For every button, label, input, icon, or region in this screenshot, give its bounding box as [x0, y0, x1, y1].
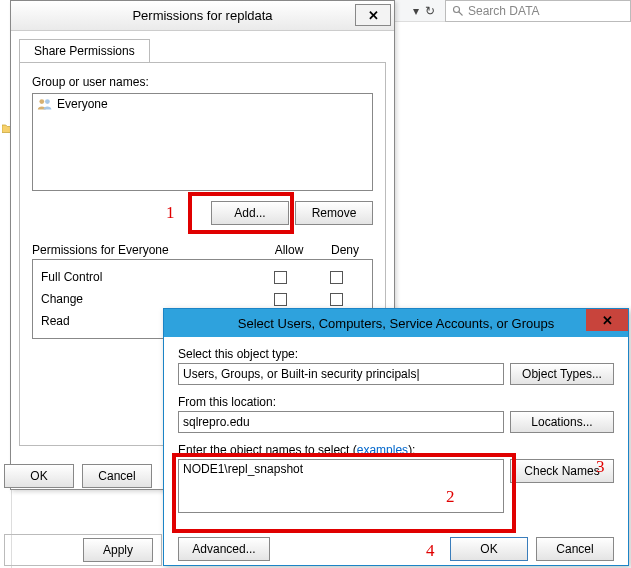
add-button[interactable]: Add... — [211, 201, 289, 225]
search-placeholder: Search DATA — [468, 4, 540, 18]
enter-names-label: Enter the object names to select (exampl… — [178, 443, 614, 457]
perm-name: Full Control — [41, 270, 252, 284]
table-row: Change — [41, 288, 364, 310]
user-name: Everyone — [57, 97, 108, 111]
apply-button[interactable]: Apply — [83, 538, 153, 562]
checkbox-allow-fullcontrol[interactable] — [274, 271, 287, 284]
select-users-title: Select Users, Computers, Service Account… — [238, 316, 554, 331]
remove-button[interactable]: Remove — [295, 201, 373, 225]
perm-name: Change — [41, 292, 252, 306]
search-input[interactable]: Search DATA — [445, 0, 631, 22]
select-users-titlebar: Select Users, Computers, Service Account… — [164, 309, 628, 337]
object-type-value: Users, Groups, or Built-in security prin… — [183, 367, 420, 381]
advanced-button[interactable]: Advanced... — [178, 537, 270, 561]
close-icon: ✕ — [602, 313, 613, 328]
search-icon — [452, 5, 464, 17]
from-location-block: From this location: sqlrepro.edu Locatio… — [178, 395, 614, 433]
annotation-3: 3 — [596, 457, 605, 477]
perm-header-row: Permissions for Everyone Allow Deny — [32, 243, 373, 257]
close-icon: ✕ — [368, 8, 379, 23]
refresh-icon[interactable]: ↻ — [425, 4, 435, 18]
from-location-value: sqlrepro.edu — [183, 415, 250, 429]
object-type-field[interactable]: Users, Groups, or Built-in security prin… — [178, 363, 504, 385]
annotation-1: 1 — [166, 203, 175, 223]
examples-link[interactable]: examples — [357, 443, 408, 457]
close-button[interactable]: ✕ — [355, 4, 391, 26]
perm-for-label: Permissions for Everyone — [32, 243, 261, 257]
svg-point-2 — [39, 99, 44, 104]
object-type-block: Select this object type: Users, Groups, … — [178, 347, 614, 385]
enter-names-label-pre: Enter the object names to select ( — [178, 443, 357, 457]
table-row: Full Control — [41, 266, 364, 288]
select-body: Select this object type: Users, Groups, … — [164, 337, 628, 533]
add-remove-row: 1 Add... Remove — [32, 201, 373, 225]
ok-button[interactable]: OK — [450, 537, 528, 561]
svg-line-1 — [459, 11, 463, 15]
list-item[interactable]: Everyone — [35, 96, 370, 112]
checkbox-deny-change[interactable] — [330, 293, 343, 306]
user-list[interactable]: Everyone — [32, 93, 373, 191]
object-type-label: Select this object type: — [178, 347, 614, 361]
names-value: NODE1\repl_snapshot — [183, 462, 303, 476]
permissions-titlebar: Permissions for repldata ✕ — [11, 1, 394, 31]
explorer-ribbon: ▾ ↻ Search DATA — [395, 0, 631, 22]
checkbox-deny-fullcontrol[interactable] — [330, 271, 343, 284]
close-button[interactable]: ✕ — [586, 309, 628, 331]
apply-row: Apply — [4, 534, 162, 566]
svg-point-3 — [45, 99, 50, 104]
cancel-button[interactable]: Cancel — [536, 537, 614, 561]
select-footer: Advanced... OK Cancel — [164, 533, 628, 568]
from-location-field[interactable]: sqlrepro.edu — [178, 411, 504, 433]
nav-buttons: ▾ ↻ — [395, 4, 435, 18]
parent-buttons: OK Cancel — [4, 464, 152, 488]
object-types-button[interactable]: Object Types... — [510, 363, 614, 385]
annotation-4: 4 — [426, 541, 435, 561]
deny-header: Deny — [317, 243, 373, 257]
cancel-button[interactable]: Cancel — [82, 464, 152, 488]
select-users-dialog: Select Users, Computers, Service Account… — [163, 308, 629, 566]
allow-header: Allow — [261, 243, 317, 257]
object-names-input[interactable]: NODE1\repl_snapshot — [178, 459, 504, 513]
group-user-label: Group or user names: — [32, 75, 373, 89]
checkbox-allow-change[interactable] — [274, 293, 287, 306]
tab-strip: Share Permissions — [11, 31, 394, 62]
ok-button[interactable]: OK — [4, 464, 74, 488]
people-icon — [37, 98, 53, 110]
from-location-label: From this location: — [178, 395, 614, 409]
permissions-title: Permissions for repldata — [132, 8, 272, 23]
drop-icon[interactable]: ▾ — [413, 4, 419, 18]
locations-button[interactable]: Locations... — [510, 411, 614, 433]
tab-share-permissions[interactable]: Share Permissions — [19, 39, 150, 62]
enter-names-label-post: ): — [408, 443, 415, 457]
annotation-2: 2 — [446, 487, 455, 507]
enter-names-block: Enter the object names to select (exampl… — [178, 443, 614, 513]
svg-point-0 — [454, 6, 460, 12]
